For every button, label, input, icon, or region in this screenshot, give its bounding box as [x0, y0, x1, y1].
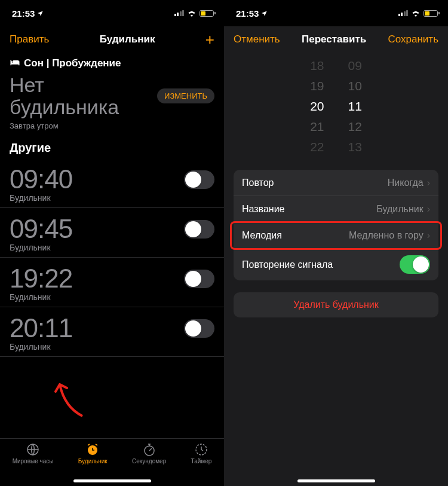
alarm-label: Будильник — [10, 193, 214, 203]
minute-picker-column[interactable]: 08 09 10 11 12 13 14 — [348, 53, 362, 160]
signal-icon — [174, 10, 185, 16]
alarm-label: Будильник — [10, 342, 214, 351]
status-time: 21:53 — [236, 8, 259, 19]
alarm-list-screen: 21:53 Править Будильник + Сон | Пробужде… — [0, 0, 224, 486]
edit-button[interactable]: Править — [10, 33, 49, 45]
delete-alarm-button[interactable]: Удалить будильник — [234, 292, 438, 317]
alarm-toggle[interactable] — [184, 270, 214, 288]
alarm-toggle[interactable] — [184, 220, 214, 239]
tab-label: Будильник — [78, 458, 108, 464]
alarm-row[interactable]: 09:45 Будильник — [0, 208, 224, 258]
location-icon — [37, 8, 44, 19]
home-indicator[interactable] — [297, 479, 375, 482]
snooze-toggle[interactable] — [400, 255, 430, 274]
page-title: Будильник — [100, 33, 155, 45]
battery-icon — [200, 10, 216, 17]
save-button[interactable]: Сохранить — [388, 33, 438, 45]
no-alarm-text: Нет будильника — [10, 74, 119, 118]
time-picker[interactable]: 17 18 19 20 21 22 23 08 09 10 11 12 13 1… — [224, 53, 448, 160]
tomorrow-text: Завтра утром — [0, 118, 224, 141]
snooze-row: Повторение сигнала — [234, 249, 438, 280]
status-bar: 21:53 — [0, 0, 224, 26]
add-alarm-button[interactable]: + — [205, 30, 214, 49]
sound-row[interactable]: Мелодия Медленно в гору› — [234, 222, 438, 249]
status-time: 21:53 — [12, 8, 35, 19]
modal-title: Переставить — [302, 33, 366, 45]
wifi-icon — [411, 8, 421, 19]
alarm-row[interactable]: 20:11 Будильник — [0, 307, 224, 357]
alarm-toggle[interactable] — [184, 170, 214, 189]
sleep-section-header: Сон | Пробуждение — [0, 53, 224, 72]
alarm-label: Будильник — [10, 292, 214, 302]
tab-stopwatch[interactable]: Секундомер — [132, 442, 166, 464]
name-row[interactable]: Название Будильник› — [234, 196, 438, 222]
alarm-time: 09:40 — [10, 164, 72, 194]
annotation-arrow-icon — [53, 377, 88, 419]
alarm-time: 19:22 — [10, 264, 72, 294]
edit-alarm-screen: 21:53 Отменить Переставить Сохранить 17 … — [224, 0, 448, 486]
chevron-right-icon: › — [427, 204, 430, 215]
tab-world-clock[interactable]: Мировые часы — [13, 442, 54, 464]
tab-label: Таймер — [191, 458, 212, 464]
hour-picker-column[interactable]: 17 18 19 20 21 22 23 — [310, 53, 324, 160]
repeat-row[interactable]: Повтор Никогда› — [234, 170, 438, 196]
wifi-icon — [187, 8, 197, 19]
tab-label: Мировые часы — [13, 458, 54, 464]
tab-timer[interactable]: Таймер — [191, 442, 212, 464]
change-sleep-button[interactable]: ИЗМЕНИТЬ — [157, 88, 214, 103]
alarm-settings-group: Повтор Никогда› Название Будильник› Мело… — [234, 170, 438, 280]
others-section-title: Другие — [0, 141, 224, 158]
signal-icon — [398, 10, 409, 16]
alarm-toggle[interactable] — [184, 319, 214, 338]
tab-alarm[interactable]: Будильник — [78, 442, 108, 464]
home-indicator[interactable] — [73, 479, 151, 482]
alarm-row[interactable]: 19:22 Будильник — [0, 258, 224, 307]
bed-icon — [10, 57, 20, 69]
status-bar: 21:53 — [224, 0, 448, 26]
alarm-row[interactable]: 09:40 Будильник — [0, 158, 224, 208]
chevron-right-icon: › — [427, 230, 430, 241]
tab-label: Секундомер — [132, 458, 166, 464]
alarm-label: Будильник — [10, 243, 214, 252]
nav-bar: Править Будильник + — [0, 26, 224, 53]
alarm-time: 09:45 — [10, 214, 72, 244]
battery-icon — [424, 10, 440, 17]
cancel-button[interactable]: Отменить — [234, 33, 280, 45]
sleep-header-text: Сон | Пробуждение — [24, 57, 121, 69]
tab-bar: Мировые часы Будильник Секундомер Таймер — [0, 438, 224, 486]
alarm-time: 20:11 — [10, 313, 72, 343]
chevron-right-icon: › — [427, 178, 430, 188]
modal-nav: Отменить Переставить Сохранить — [224, 26, 448, 53]
location-icon — [261, 8, 268, 19]
